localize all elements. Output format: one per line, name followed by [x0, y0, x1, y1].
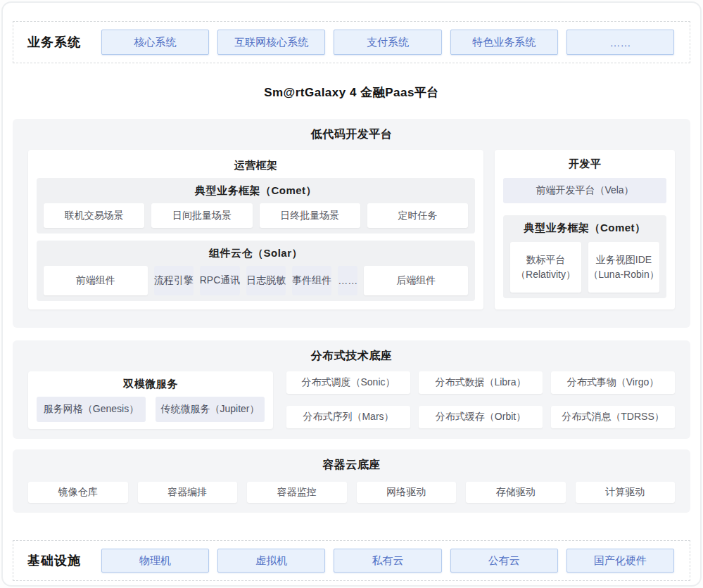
comet-scenario-item: 日间批量场景 [151, 203, 252, 228]
business-system-chip: 核心系统 [101, 30, 209, 55]
dual-mode-item: 服务网格（Genesis） [37, 397, 146, 422]
solar-middle-item: …… [338, 266, 357, 295]
comet-framework-items: 联机交易场景 日间批量场景 日终批量场景 定时任务 [44, 203, 468, 228]
business-system-chip: …… [566, 30, 674, 55]
dev-comet-item-name: 数标平台 [526, 253, 566, 267]
infrastructure-row: 基础设施 物理机 虚拟机 私有云 公有云 国产化硬件 [13, 540, 690, 581]
frontend-component-item: 前端组件 [44, 266, 148, 295]
comet-scenario-item: 定时任务 [367, 203, 468, 228]
dev-comet-item-codename: （Relativity） [516, 267, 576, 282]
container-base-items: 镜像仓库 容器编排 容器监控 网络驱动 存储驱动 计算驱动 [28, 482, 675, 503]
dual-mode-microservice-panel: 双模微服务 服务网格（Genesis） 传统微服务（Jupiter） [28, 371, 273, 429]
business-system-chip: 支付系统 [334, 30, 441, 55]
solar-component-items: 前端组件 流程引擎 RPC通讯 日志脱敏 事件组件 [44, 266, 468, 295]
dev-comet-items: 数标平台 （Relativity） 业务视图IDE （Luna-Robin） [510, 242, 659, 293]
dev-comet-item-codename: （Luna-Robin） [588, 267, 659, 282]
container-capability-item: 存储驱动 [466, 482, 566, 503]
infrastructure-chip: 公有云 [450, 549, 558, 573]
business-system-chip: 互联网核心系统 [217, 30, 325, 55]
dual-mode-item: 传统微服务（Jupiter） [156, 397, 265, 422]
business-systems-row: 业务系统 核心系统 互联网核心系统 支付系统 特色业务系统 …… [13, 21, 690, 63]
container-capability-item: 计算驱动 [576, 482, 676, 503]
infrastructure-label: 基础设施 [27, 552, 93, 569]
infrastructure-chip: 国产化硬件 [566, 549, 674, 573]
solar-component-title: 组件云仓（Solar） [44, 246, 468, 260]
distributed-base-content: 双模微服务 服务网格（Genesis） 传统微服务（Jupiter） 分布式调度… [28, 371, 675, 429]
distributed-base-section: 分布式技术底座 双模微服务 服务网格（Genesis） 传统微服务（Jupite… [13, 340, 690, 439]
comet-framework-title: 典型业务框架（Comet） [44, 184, 468, 198]
business-systems-label: 业务系统 [27, 34, 93, 51]
comet-scenario-item: 联机交易场景 [44, 203, 144, 228]
distributed-capability-item: 分布式消息（TDRSS） [551, 406, 675, 428]
dev-comet-box: 典型业务框架（Comet） 数标平台 （Relativity） 业务视图IDE … [503, 215, 666, 298]
dev-comet-item: 数标平台 （Relativity） [510, 242, 581, 293]
solar-middle-item: 日志脱敏 [246, 266, 286, 295]
container-capability-item: 容器编排 [138, 482, 238, 503]
container-capability-item: 容器监控 [247, 482, 347, 503]
container-capability-item: 镜像仓库 [28, 482, 128, 503]
dev-comet-title: 典型业务框架（Comet） [510, 221, 659, 235]
dual-mode-items: 服务网格（Genesis） 传统微服务（Jupiter） [37, 397, 265, 422]
operation-framework-panel: 运营框架 典型业务框架（Comet） 联机交易场景 日间批量场景 日终批量场景 … [28, 150, 483, 309]
distributed-items-grid: 分布式调度（Sonic） 分布式数据（Libra） 分布式事物（Virgo） 分… [286, 371, 675, 429]
vela-frontend-platform-item: 前端开发平台（Vela） [503, 178, 666, 203]
distributed-capability-item: 分布式事物（Virgo） [551, 371, 675, 394]
infrastructure-chip: 虚拟机 [217, 549, 325, 573]
dual-mode-title: 双模微服务 [37, 377, 265, 391]
dev-comet-item-name: 业务视图IDE [596, 253, 652, 267]
container-base-section: 容器云底座 镜像仓库 容器编排 容器监控 网络驱动 存储驱动 计算驱动 [13, 449, 690, 513]
comet-scenario-item: 日终批量场景 [260, 203, 360, 228]
distributed-base-title: 分布式技术底座 [28, 349, 675, 363]
container-capability-item: 网络驱动 [357, 482, 457, 503]
solar-middle-item: 事件组件 [292, 266, 331, 295]
infrastructure-chip: 私有云 [334, 549, 441, 573]
infrastructure-chip: 物理机 [101, 549, 209, 573]
page-title: Sm@rtGalaxy 4 金融Paas平台 [13, 84, 690, 101]
operation-framework-title: 运营框架 [37, 158, 475, 172]
dev-platform-title: 开发平 [503, 157, 666, 171]
solar-middle-item: RPC通讯 [200, 266, 241, 295]
lowcode-platform-title: 低代码开发平台 [28, 127, 675, 141]
solar-middle-item: 流程引擎 [154, 266, 194, 295]
lowcode-platform-content: 运营框架 典型业务框架（Comet） 联机交易场景 日间批量场景 日终批量场景 … [28, 150, 675, 309]
container-base-title: 容器云底座 [28, 458, 675, 472]
architecture-diagram: 业务系统 核心系统 互联网核心系统 支付系统 特色业务系统 …… Sm@rtGa… [1, 1, 702, 587]
distributed-capability-item: 分布式序列（Mars） [286, 406, 410, 428]
infrastructure-items: 物理机 虚拟机 私有云 公有云 国产化硬件 [101, 549, 674, 573]
comet-framework-box: 典型业务框架（Comet） 联机交易场景 日间批量场景 日终批量场景 定时任务 [37, 178, 475, 234]
lowcode-platform-section: 低代码开发平台 运营框架 典型业务框架（Comet） 联机交易场景 日间批量场景… [13, 119, 690, 328]
distributed-capability-item: 分布式调度（Sonic） [286, 371, 410, 394]
distributed-capability-item: 分布式缓存（Orbit） [419, 406, 543, 428]
distributed-capability-item: 分布式数据（Libra） [419, 371, 543, 394]
dev-comet-item: 业务视图IDE （Luna-Robin） [588, 242, 659, 293]
dev-platform-panel: 开发平 前端开发平台（Vela） 典型业务框架（Comet） 数标平台 （Rel… [495, 150, 675, 309]
business-system-chip: 特色业务系统 [450, 30, 558, 55]
solar-component-box: 组件云仓（Solar） 前端组件 流程引擎 RPC通讯 日志脱敏 [37, 241, 475, 301]
business-systems-items: 核心系统 互联网核心系统 支付系统 特色业务系统 …… [101, 30, 674, 55]
backend-component-item: 后端组件 [364, 266, 468, 295]
